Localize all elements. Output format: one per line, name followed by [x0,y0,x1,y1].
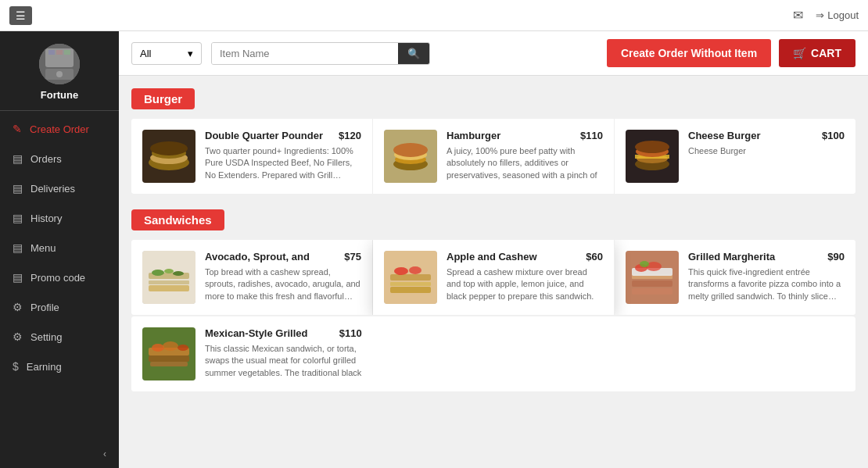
sidebar-item-label: Promo code [30,272,85,284]
svg-point-41 [640,261,649,267]
avatar [39,44,80,84]
search-input[interactable] [212,43,398,64]
item-image [384,251,437,304]
list-item[interactable]: Apple and Cashew $60 Spread a cashew mix… [373,240,615,315]
collapse-icon: ‹ [103,448,106,459]
list-item[interactable]: Cheese Burger $100 Cheese Burger [615,119,855,194]
item-info: Cheese Burger $100 Cheese Burger [688,130,845,157]
sidebar-item-label: Orders [30,153,62,165]
item-description: Spread a cashew mixture over bread and t… [447,266,603,302]
profile-icon: ⚙ [13,301,23,313]
item-image [626,251,679,304]
sidebar-item-deliveries[interactable]: ▤ Deliveries [0,173,119,203]
category-dropdown[interactable]: All ▾ [131,42,202,65]
category-section-burger: Burger [131,88,855,194]
svg-rect-45 [149,355,189,362]
svg-point-16 [393,143,428,157]
item-info: Mexican-Style Grilled $110 This classic … [205,327,362,379]
content-area: All ▾ 🔍 Create Order Without Item 🛒 CART [119,31,868,468]
item-header: Mexican-Style Grilled $110 [205,327,362,339]
list-item[interactable]: Mexican-Style Grilled $110 This classic … [131,316,373,391]
svg-rect-43 [632,288,673,295]
item-header: Hamburger $110 [447,130,603,141]
sidebar-item-orders[interactable]: ▤ Orders [0,144,119,173]
item-image [142,327,195,380]
search-box: 🔍 [211,42,430,65]
sidebar-item-earning[interactable]: $ Earning [0,352,119,381]
topbar-right: ✉ ⇒ Logout [793,8,859,23]
sandwiches-row-1: Avocado, Sprout, and $75 Top bread with … [131,240,855,315]
topbar: ☰ ✉ ⇒ Logout [0,0,868,31]
item-price: $120 [339,130,361,141]
logout-button[interactable]: ⇒ Logout [816,9,859,21]
svg-point-48 [163,341,178,351]
sidebar-item-label: Profile [30,302,59,313]
list-item[interactable]: Avocado, Sprout, and $75 Top bread with … [131,240,373,315]
earning-icon: $ [13,360,19,373]
cart-button[interactable]: 🛒 CART [779,39,855,67]
item-price: $110 [580,130,603,141]
svg-rect-50 [150,362,188,366]
list-item[interactable]: Grilled Margherita $90 This quick five-i… [615,240,855,315]
sidebar-item-history[interactable]: ▤ History [0,203,119,233]
list-item[interactable]: Hamburger $110 A juicy, 100% pure beef p… [373,119,615,194]
svg-rect-3 [56,50,63,55]
item-price: $60 [586,251,603,263]
sidebar-item-label: Setting [30,331,62,343]
search-icon: 🔍 [407,48,420,59]
topbar-left: ☰ [9,6,32,25]
sidebar-item-create-order[interactable]: ✎ Create Order [0,114,119,144]
item-description: A juicy, 100% pure beef patty with absol… [447,145,603,181]
promo-code-icon: ▤ [13,271,23,284]
search-button[interactable]: 🔍 [398,43,429,64]
item-price: $75 [344,251,361,263]
svg-rect-42 [632,280,673,287]
filter-bar: All ▾ 🔍 Create Order Without Item 🛒 CART [119,31,868,76]
svg-rect-29 [149,285,189,291]
item-header: Apple and Cashew $60 [447,251,603,263]
item-name: Hamburger [447,130,500,141]
sidebar-item-label: Menu [30,242,56,254]
item-info: Grilled Margherita $90 This quick five-i… [688,251,845,302]
item-name: Apple and Cashew [447,251,537,263]
item-info: Double Quarter Pounder $120 Two quarter … [205,130,361,181]
burger-items-row: Double Quarter Pounder $120 Two quarter … [131,119,855,194]
sidebar-item-promo-code[interactable]: ▤ Promo code [0,263,119,292]
svg-point-33 [394,267,408,275]
svg-point-6 [56,71,63,77]
filter-bar-right: Create Order Without Item 🛒 CART [607,39,855,67]
sidebar-profile: Fortune [0,31,119,111]
item-image [142,251,195,304]
item-info: Apple and Cashew $60 Spread a cashew mix… [447,251,603,302]
list-item[interactable]: Double Quarter Pounder $120 Two quarter … [131,119,373,194]
sidebar-item-profile[interactable]: ⚙ Profile [0,292,119,322]
svg-point-49 [178,345,188,351]
item-description: Cheese Burger [688,145,845,157]
sidebar-nav: ✎ Create Order ▤ Orders ▤ Deliveries ▤ H… [0,111,119,440]
sidebar-item-setting[interactable]: ⚙ Setting [0,322,119,352]
create-order-icon: ✎ [13,123,22,135]
item-description: This quick five-ingredient entrée transf… [688,266,845,302]
mail-icon: ✉ [793,8,803,23]
svg-rect-2 [48,50,55,55]
item-price: $110 [339,327,362,339]
svg-rect-32 [390,282,431,286]
item-description: Two quarter pound+ Ingredients: 100% Pur… [205,145,361,181]
item-price: $100 [822,130,845,141]
sidebar-item-label: Deliveries [30,183,75,195]
sidebar-item-menu[interactable]: ▤ Menu [0,233,119,263]
sidebar-collapse-button[interactable]: ‹ [0,440,119,468]
svg-rect-4 [64,50,70,55]
chevron-down-icon: ▾ [188,48,193,59]
menu-area: Burger [119,76,868,468]
item-name: Avocado, Sprout, and [205,251,310,263]
item-name: Mexican-Style Grilled [205,327,308,339]
history-icon: ▤ [13,212,23,224]
logout-icon: ⇒ [816,9,824,21]
item-header: Double Quarter Pounder $120 [205,130,361,141]
category-badge-sandwiches: Sandwiches [131,209,224,230]
hamburger-button[interactable]: ☰ [9,6,32,25]
item-info: Hamburger $110 A juicy, 100% pure beef p… [447,130,603,181]
create-order-without-item-button[interactable]: Create Order Without Item [607,39,771,67]
setting-icon: ⚙ [13,330,23,343]
